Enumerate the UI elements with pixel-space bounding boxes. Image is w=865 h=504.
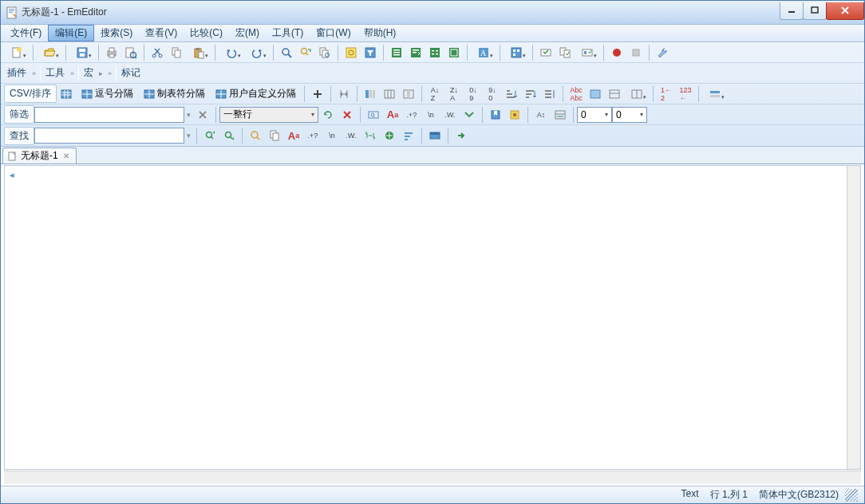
play-icon[interactable]: ▸ — [97, 69, 105, 77]
save-button[interactable] — [70, 44, 94, 61]
wrap-page-button[interactable] — [445, 44, 463, 61]
csv-adjust-button[interactable] — [335, 85, 353, 103]
menu-view[interactable]: 查看(V) — [139, 25, 184, 41]
resize-grip[interactable] — [845, 489, 858, 502]
config1-button[interactable] — [537, 44, 555, 61]
menu-macro[interactable]: 宏(M) — [229, 25, 266, 41]
wrap-char-button[interactable] — [407, 44, 425, 61]
chevron-icon[interactable]: » — [68, 69, 77, 77]
filter-clear-button[interactable] — [194, 106, 211, 124]
text-editor[interactable]: ◂ — [5, 166, 847, 469]
plugins-label[interactable]: 插件 — [4, 66, 30, 80]
sort-90-button[interactable]: 9↓0 — [484, 85, 501, 103]
sort-len-desc-button[interactable] — [522, 85, 539, 103]
tools-label[interactable]: 工具 — [42, 66, 68, 80]
menu-search[interactable]: 搜索(S) — [94, 25, 139, 41]
close-button[interactable] — [826, 2, 864, 20]
filter-escape-button[interactable]: \n — [422, 106, 440, 124]
csv-tool1-button[interactable] — [587, 85, 604, 103]
filter-input[interactable] — [34, 107, 184, 123]
customize-button[interactable] — [654, 44, 671, 61]
undo-button[interactable] — [219, 44, 243, 61]
csv-label[interactable]: CSV/排序 — [4, 85, 57, 103]
chevron-icon[interactable]: » — [105, 69, 114, 77]
filter-incremental-button[interactable] — [365, 106, 382, 124]
find-in-files-button[interactable] — [316, 44, 334, 61]
csv-tab-button[interactable]: 制表符分隔 — [139, 85, 209, 103]
macro-stop-button[interactable] — [627, 44, 645, 61]
markers-label[interactable]: 标记 — [118, 66, 144, 80]
filter-col1-select[interactable]: 0 — [577, 107, 612, 123]
csv-tool3-button[interactable] — [625, 85, 649, 103]
filter-refresh-button[interactable] — [319, 106, 337, 124]
find-case-button[interactable]: Aa — [285, 127, 302, 144]
filter-extract-button[interactable] — [506, 106, 523, 124]
find-input[interactable] — [34, 128, 184, 144]
replace-button[interactable] — [297, 44, 314, 61]
chevron-icon[interactable]: » — [30, 69, 38, 77]
filter-word-button[interactable]: .W. — [441, 106, 459, 124]
paste-button[interactable] — [187, 44, 211, 61]
redo-button[interactable] — [245, 44, 269, 61]
find-word-button[interactable]: .W. — [342, 127, 360, 144]
maximize-button[interactable] — [803, 2, 827, 20]
sort-az-button[interactable]: A↓Z — [426, 85, 444, 103]
font-button[interactable]: A — [472, 44, 496, 61]
open-button[interactable] — [38, 44, 61, 61]
macros-label[interactable]: 宏 — [81, 66, 97, 80]
csv-col2-button[interactable] — [381, 85, 398, 103]
cut-button[interactable] — [148, 44, 166, 61]
vertical-scrollbar[interactable] — [847, 166, 860, 469]
copy-button[interactable] — [168, 44, 185, 61]
find-close-button[interactable] — [426, 127, 444, 144]
filter-case-button[interactable]: Aa — [384, 106, 401, 124]
remove-dup-button[interactable]: AbcAbc — [567, 85, 585, 103]
sort-len-asc-button[interactable] — [503, 85, 520, 103]
find-next-button[interactable] — [220, 127, 238, 144]
menu-window[interactable]: 窗口(W) — [310, 25, 357, 41]
csv-user-button[interactable]: 用户自定义分隔 — [211, 85, 300, 103]
tab-close-icon[interactable]: ✕ — [61, 152, 71, 160]
find-all-button[interactable] — [266, 127, 283, 144]
wrap-window-button[interactable] — [426, 44, 444, 61]
filter-col2-select[interactable]: 0 — [612, 107, 647, 123]
new-button[interactable] — [5, 44, 29, 61]
sort-09-button[interactable]: 0↓9 — [464, 85, 482, 103]
filter-adv-button[interactable]: A↕ — [532, 106, 550, 124]
config3-button[interactable] — [575, 44, 599, 61]
csv-add-button[interactable] — [309, 85, 326, 103]
find-go-button[interactable] — [452, 127, 470, 144]
menu-file[interactable]: 文件(F) — [4, 25, 48, 41]
filter-toggle-button[interactable] — [361, 44, 379, 61]
filter-bookmark-button[interactable] — [487, 106, 504, 124]
find-incremental-button[interactable] — [247, 127, 264, 144]
highlight-button[interactable] — [342, 44, 360, 61]
print-button[interactable] — [103, 44, 120, 61]
menu-help[interactable]: 帮助(H) — [357, 25, 403, 41]
dropdown-icon[interactable]: ▾ — [184, 111, 193, 119]
filter-negative-button[interactable] — [460, 106, 478, 124]
config2-button[interactable] — [556, 44, 574, 61]
macro-record-button[interactable] — [608, 44, 626, 61]
find-escape-button[interactable]: \n — [323, 127, 341, 144]
find-advanced-button[interactable] — [400, 127, 417, 144]
properties-button[interactable] — [504, 44, 528, 61]
dropdown-icon[interactable]: ▾ — [184, 132, 193, 140]
wrap-none-button[interactable] — [388, 44, 405, 61]
horizontal-scrollbar[interactable] — [4, 471, 861, 484]
csv-col3-button[interactable] — [400, 85, 417, 103]
minimize-button[interactable] — [780, 2, 804, 20]
line-num-button[interactable]: 1←2 — [658, 85, 675, 103]
sort-za-button[interactable]: Z↓A — [445, 85, 463, 103]
csv-normal-button[interactable] — [57, 85, 75, 103]
filter-mode-select[interactable]: 一整行 — [219, 107, 318, 123]
csv-tool2-button[interactable] — [606, 85, 623, 103]
find-count-button[interactable] — [381, 127, 398, 144]
find-button[interactable] — [278, 44, 295, 61]
menu-tools[interactable]: 工具(T) — [266, 25, 310, 41]
document-tab[interactable]: 无标题-1 ✕ — [2, 148, 77, 163]
csv-comma-button[interactable]: 逗号分隔 — [77, 85, 137, 103]
find-prev-button[interactable] — [201, 127, 219, 144]
find-wrap-button[interactable] — [361, 127, 379, 144]
menu-compare[interactable]: 比较(C) — [184, 25, 229, 41]
